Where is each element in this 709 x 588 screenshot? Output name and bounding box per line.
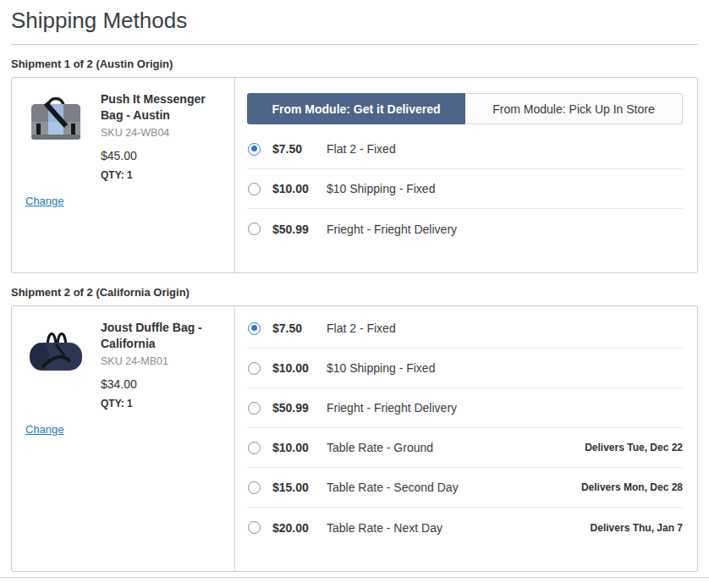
product-name: Joust Duffle Bag - California — [101, 320, 221, 352]
method-price: $50.99 — [272, 223, 327, 236]
method-radio[interactable] — [248, 402, 261, 415]
product-info: Joust Duffle Bag - California SKU 24-MB0… — [101, 320, 221, 409]
shipment-2-card: Joust Duffle Bag - California SKU 24-MB0… — [11, 305, 698, 572]
product-name: Push It Messenger Bag - Austin — [101, 91, 221, 124]
method-label: Frieght - Frieght Delivery — [327, 223, 683, 236]
method-price: $10.00 — [272, 441, 327, 454]
product-summary: Joust Duffle Bag - California SKU 24-MB0… — [25, 320, 221, 409]
method-label: $10 Shipping - Fixed — [327, 182, 683, 195]
shipping-methods-page: Shipping Methods Shipment 1 of 2 (Austin… — [0, 8, 709, 578]
page-title: Shipping Methods — [11, 8, 698, 34]
method-label: Frieght - Frieght Delivery — [327, 401, 683, 415]
method-radio[interactable] — [248, 481, 261, 494]
method-radio[interactable] — [248, 223, 261, 235]
method-label: Table Rate - Next Day — [327, 521, 591, 535]
shipment-1-methods: From Module: Get it Delivered From Modul… — [235, 78, 697, 272]
method-price: $10.00 — [272, 361, 327, 375]
product-qty: QTY: 1 — [101, 169, 221, 181]
messenger-bag-icon — [25, 91, 86, 152]
product-sku: SKU 24-WB04 — [101, 126, 221, 140]
delivery-date: Delivers Thu, Jan 7 — [591, 522, 683, 534]
method-price: $7.50 — [272, 321, 327, 335]
change-item-link[interactable]: Change — [25, 423, 64, 436]
shipment-2-methods: $7.50 Flat 2 - Fixed $10.00 $10 Shipping… — [235, 306, 697, 571]
delivery-date: Delivers Mon, Dec 28 — [581, 481, 683, 493]
product-summary: Push It Messenger Bag - Austin SKU 24-WB… — [25, 91, 221, 181]
method-label: Flat 2 - Fixed — [327, 142, 683, 156]
shipment-1-product-summary: Push It Messenger Bag - Austin SKU 24-WB… — [12, 78, 235, 272]
delivery-mode-tabs: From Module: Get it Delivered From Modul… — [247, 93, 683, 124]
method-radio[interactable] — [248, 143, 261, 156]
method-radio[interactable] — [248, 183, 261, 195]
product-info: Push It Messenger Bag - Austin SKU 24-WB… — [101, 91, 221, 181]
shipping-method-row[interactable]: $10.00 $10 Shipping - Fixed — [247, 349, 683, 388]
tab-get-it-delivered[interactable]: From Module: Get it Delivered — [247, 93, 465, 124]
method-radio[interactable] — [248, 322, 261, 335]
shipping-method-row[interactable]: $20.00 Table Rate - Next Day Delivers Th… — [247, 508, 683, 547]
delivery-date: Delivers Tue, Dec 22 — [585, 442, 683, 453]
product-sku: SKU 24-MB01 — [101, 354, 221, 369]
method-price: $50.99 — [272, 401, 327, 415]
tab-pick-up-in-store[interactable]: From Module: Pick Up In Store — [465, 93, 683, 124]
page-bottom-divider — [0, 577, 709, 578]
shipping-method-row[interactable]: $7.50 Flat 2 - Fixed — [247, 129, 683, 169]
method-price: $20.00 — [272, 521, 327, 535]
method-label: Table Rate - Ground — [327, 441, 585, 454]
method-label: $10 Shipping - Fixed — [327, 361, 683, 375]
method-label: Flat 2 - Fixed — [327, 321, 683, 335]
product-price: $34.00 — [101, 377, 221, 391]
shipment-2-product-summary: Joust Duffle Bag - California SKU 24-MB0… — [12, 306, 235, 571]
shipment-1-card: Push It Messenger Bag - Austin SKU 24-WB… — [11, 77, 698, 273]
shipping-method-row[interactable]: $50.99 Frieght - Frieght Delivery — [247, 388, 683, 428]
shipment-2-heading: Shipment 2 of 2 (California Origin) — [11, 286, 698, 299]
method-price: $10.00 — [272, 182, 327, 195]
change-item-link[interactable]: Change — [25, 195, 64, 207]
duffle-bag-icon — [25, 320, 86, 381]
product-qty: QTY: 1 — [101, 398, 221, 409]
method-price: $7.50 — [272, 142, 327, 156]
method-price: $15.00 — [272, 481, 327, 494]
method-radio[interactable] — [248, 442, 261, 454]
product-price: $45.00 — [101, 149, 221, 162]
method-radio[interactable] — [248, 362, 261, 375]
title-divider — [11, 44, 698, 45]
method-label: Table Rate - Second Day — [327, 481, 581, 494]
shipping-method-row[interactable]: $7.50 Flat 2 - Fixed — [247, 309, 683, 349]
shipping-method-row[interactable]: $10.00 Table Rate - Ground Delivers Tue,… — [247, 428, 683, 468]
shipping-method-row[interactable]: $50.99 Frieght - Frieght Delivery — [247, 209, 683, 249]
shipping-method-row[interactable]: $10.00 $10 Shipping - Fixed — [247, 169, 683, 209]
shipment-1-heading: Shipment 1 of 2 (Austin Origin) — [11, 58, 698, 70]
method-radio[interactable] — [248, 521, 261, 534]
shipping-method-row[interactable]: $15.00 Table Rate - Second Day Delivers … — [247, 468, 683, 508]
